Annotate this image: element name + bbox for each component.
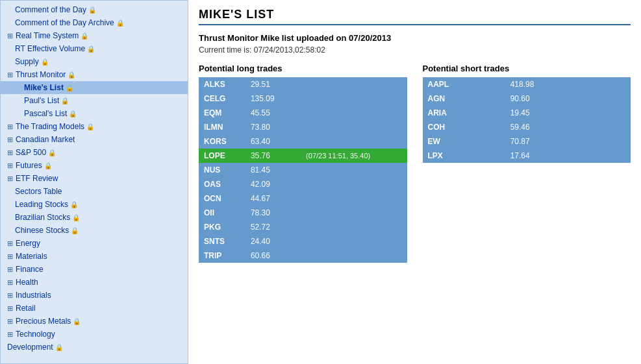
- plus-icon: ⊞: [7, 265, 13, 273]
- lock-icon: 🔒: [73, 318, 81, 325]
- sidebar-item-chinese-stocks[interactable]: Chinese Stocks🔒: [1, 224, 188, 237]
- price: 17.64: [505, 149, 605, 163]
- ticker: COH: [423, 120, 505, 134]
- sidebar-item-sectors-table[interactable]: Sectors Table: [1, 185, 188, 198]
- sidebar-item-etf-review[interactable]: ⊞ETF Review: [1, 172, 188, 185]
- page-title: MIKE'S LIST: [199, 8, 631, 25]
- plus-icon: ⊞: [7, 136, 13, 143]
- sidebar-item-trading-models[interactable]: ⊞The Trading Models🔒: [1, 120, 188, 133]
- trade-row[interactable]: KORS63.40: [199, 134, 407, 149]
- sidebar-label: Thrust Monitor: [16, 70, 66, 79]
- sidebar-item-retail[interactable]: ⊞Retail: [1, 302, 188, 315]
- sidebar-label: Comment of the Day Archive: [15, 18, 114, 27]
- note: [604, 120, 631, 134]
- trade-row[interactable]: NUS81.45: [199, 163, 407, 177]
- sidebar-item-energy[interactable]: ⊞Energy: [1, 237, 188, 250]
- ticker: PKG: [199, 220, 245, 234]
- note: [301, 134, 407, 149]
- price: 19.45: [505, 106, 605, 120]
- ticker: ILMN: [199, 120, 245, 134]
- sidebar-item-development[interactable]: Development🔒: [1, 341, 188, 354]
- sidebar-item-precious-metals[interactable]: ⊞Precious Metals🔒: [1, 315, 188, 328]
- sidebar-label: Supply: [15, 57, 39, 66]
- sidebar-item-leading-stocks[interactable]: Leading Stocks🔒: [1, 198, 188, 211]
- trade-row[interactable]: OAS42.09: [199, 177, 407, 191]
- trade-row[interactable]: AGN90.60: [423, 91, 631, 106]
- trade-row[interactable]: OII78.30: [199, 206, 407, 220]
- plus-icon: ⊞: [7, 278, 13, 286]
- trade-row[interactable]: OCN44.67: [199, 191, 407, 206]
- trade-row[interactable]: ARIA19.45: [423, 106, 631, 120]
- sidebar-item-materials[interactable]: ⊞Materials: [1, 250, 188, 263]
- sidebar-item-pascals-list[interactable]: Pascal's List🔒: [1, 107, 188, 120]
- sidebar-item-health[interactable]: ⊞Health: [1, 276, 188, 289]
- sidebar-label: Retail: [16, 304, 36, 313]
- sidebar-item-real-time-system[interactable]: ⊞Real Time System🔒: [1, 29, 188, 42]
- ticker: ARIA: [423, 106, 505, 120]
- sidebar-label: Technology: [16, 330, 55, 339]
- trade-row[interactable]: LPX17.64: [423, 149, 631, 163]
- sidebar-label: Comment of the Day: [15, 5, 86, 14]
- trade-row[interactable]: TRIP60.66: [199, 249, 407, 263]
- note: [604, 77, 631, 91]
- note: [604, 134, 631, 149]
- sidebar-label: Development: [7, 343, 53, 352]
- sidebar-item-canadian-market[interactable]: ⊞Canadian Market: [1, 133, 188, 146]
- sidebar-item-mikes-list[interactable]: Mike's List🔒: [1, 81, 188, 94]
- sidebar-item-sp500[interactable]: ⊞S&P 500🔒: [1, 146, 188, 159]
- ticker: EW: [423, 134, 505, 149]
- plus-icon: ⊞: [7, 32, 13, 40]
- note: [301, 177, 407, 191]
- plus-icon: ⊞: [7, 330, 13, 338]
- trade-row[interactable]: COH59.46: [423, 120, 631, 134]
- plus-icon: ⊞: [7, 175, 13, 182]
- note: [301, 120, 407, 134]
- lock-icon: 🔒: [61, 97, 69, 104]
- sidebar-item-futures[interactable]: ⊞Futures🔒: [1, 159, 188, 172]
- note: [604, 91, 631, 106]
- trade-row[interactable]: ALKS29.51: [199, 77, 407, 91]
- current-time: Current time is: 07/24/2013,02:58:02: [199, 45, 631, 55]
- sidebar-label: Health: [16, 278, 38, 287]
- lock-icon: 🔒: [55, 344, 63, 351]
- ticker: OII: [199, 206, 245, 220]
- price: 29.51: [245, 77, 301, 91]
- trade-row[interactable]: EQM45.55: [199, 106, 407, 120]
- ticker: CELG: [199, 91, 245, 106]
- sidebar-item-technology[interactable]: ⊞Technology: [1, 328, 188, 341]
- note: [301, 163, 407, 177]
- sidebar-item-rt-effective-volume[interactable]: RT Effective Volume🔒: [1, 42, 188, 55]
- price: 35.76: [245, 149, 301, 163]
- lock-icon: 🔒: [71, 227, 79, 234]
- trade-row[interactable]: SNTS24.40: [199, 234, 407, 249]
- sidebar-item-industrials[interactable]: ⊞Industrials: [1, 289, 188, 302]
- trade-row[interactable]: CELG135.09: [199, 91, 407, 106]
- trade-row[interactable]: LOPE35.76(07/23 11:51, 35.40): [199, 149, 407, 163]
- trades-container: Potential long trades ALKS29.51CELG135.0…: [199, 64, 631, 263]
- trade-row[interactable]: EW70.87: [423, 134, 631, 149]
- trade-row[interactable]: PKG52.72: [199, 220, 407, 234]
- sidebar-item-pauls-list[interactable]: Paul's List🔒: [1, 94, 188, 107]
- price: 59.46: [505, 120, 605, 134]
- price: 418.98: [505, 77, 605, 91]
- plus-icon: ⊞: [7, 149, 13, 156]
- ticker: LPX: [423, 149, 505, 163]
- sidebar: Comment of the Day🔒Comment of the Day Ar…: [0, 0, 188, 364]
- sidebar-item-comment-day[interactable]: Comment of the Day🔒: [1, 3, 188, 16]
- sidebar-label: Precious Metals: [16, 317, 71, 326]
- trade-row[interactable]: AAPL418.98: [423, 77, 631, 91]
- sidebar-label: Finance: [16, 265, 44, 274]
- note: [301, 191, 407, 206]
- ticker: OCN: [199, 191, 245, 206]
- trade-row[interactable]: ILMN73.80: [199, 120, 407, 134]
- sidebar-item-comment-day-archive[interactable]: Comment of the Day Archive🔒: [1, 16, 188, 29]
- sidebar-label: Real Time System: [16, 31, 79, 40]
- sidebar-item-thrust-monitor[interactable]: ⊞Thrust Monitor🔒: [1, 68, 188, 81]
- long-trades-label: Potential long trades: [199, 64, 407, 73]
- note: [301, 206, 407, 220]
- sidebar-item-finance[interactable]: ⊞Finance: [1, 263, 188, 276]
- sidebar-label: Leading Stocks: [15, 200, 68, 209]
- ticker: AGN: [423, 91, 505, 106]
- sidebar-item-brazilian-stocks[interactable]: Brazilian Stocks🔒: [1, 211, 188, 224]
- sidebar-item-supply[interactable]: Supply🔒: [1, 55, 188, 68]
